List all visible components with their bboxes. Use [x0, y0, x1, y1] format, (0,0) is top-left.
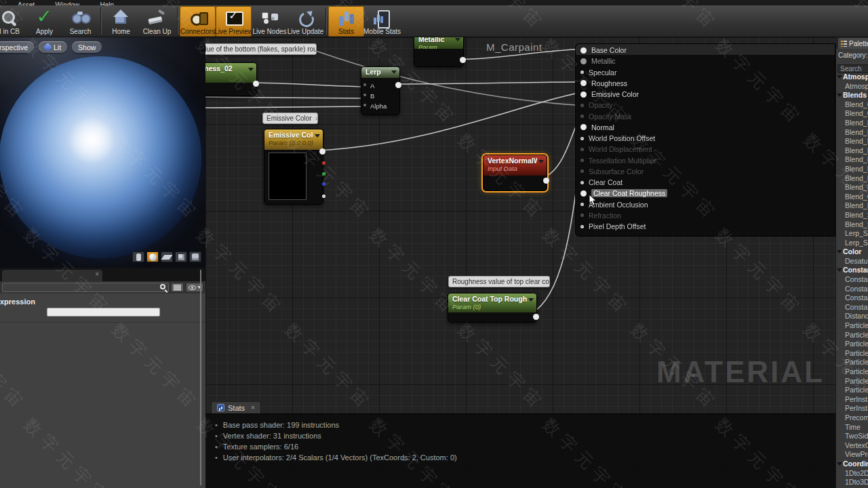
palette-item-blend-hard[interactable]: Blend_Hard	[836, 146, 868, 156]
palette-category-blends[interactable]: Blends	[836, 91, 868, 100]
output-pin[interactable]	[543, 178, 549, 184]
material-graph-canvas[interactable]: M_Carpaint Zoom -1 MATERIAL alue of the …	[205, 37, 835, 488]
palette-item-particlerad[interactable]: ParticleRad	[836, 349, 868, 359]
palette-item-blend-diffe[interactable]: Blend_Diffe	[836, 128, 868, 138]
output-pin-rgb[interactable]	[319, 148, 326, 155]
output-pin-b[interactable]	[322, 182, 326, 186]
details-search-input[interactable]	[3, 287, 168, 295]
pin-circle[interactable]	[580, 169, 584, 173]
pin-circle[interactable]	[580, 80, 587, 86]
pin-circle[interactable]	[580, 137, 584, 140]
palette-item-distancecu[interactable]: DistanceCu	[836, 312, 868, 321]
palette-item-blend-line[interactable]: Blend_Line	[836, 183, 868, 192]
palette-item-lerp-scrat[interactable]: Lerp_Scrat	[836, 229, 868, 239]
palette-item-perinstanc[interactable]: PerInstanc	[836, 404, 868, 413]
palette-item-blend-colo[interactable]: Blend_Colo	[836, 100, 868, 110]
toolbar-home-button[interactable]: Home	[103, 6, 139, 37]
mesh-cylinder-button[interactable]	[132, 251, 144, 262]
toolbar-stats-button[interactable]: Stats	[328, 6, 364, 37]
node-roughness-02[interactable]: Roughness_02 45)	[205, 62, 257, 96]
expander-icon[interactable]	[837, 268, 842, 272]
material-pin-clear-coat[interactable]: Clear Coat	[580, 178, 623, 187]
pin-circle[interactable]	[580, 70, 584, 74]
chevron-down-icon[interactable]	[528, 298, 534, 302]
palette-category-coordinates[interactable]: Coordinates	[836, 460, 868, 469]
material-pin-normal[interactable]: Normal	[580, 123, 614, 132]
palette-item-blend-soft[interactable]: Blend_Soft	[836, 220, 868, 230]
palette-item-viewprope[interactable]: ViewPrope	[836, 450, 868, 460]
palette-category-atmosphere[interactable]: Atmosphere	[836, 73, 868, 82]
node-vertex-normal-ws[interactable]: VertexNormalWS Input Data	[483, 155, 547, 191]
node-clear-coat-top-roughness[interactable]: Clear Coat Top Roughness Param (0)	[448, 293, 537, 323]
material-pin-world-position-offset[interactable]: World Position Offset	[580, 134, 655, 143]
material-pin-refraction[interactable]: Refraction	[580, 211, 621, 220]
node-material-result[interactable]: Base ColorMetallicSpecularRoughnessEmiss…	[575, 43, 835, 237]
material-pin-pixel-depth-offset[interactable]: Pixel Depth Offset	[580, 222, 646, 231]
toolbar-live-nodes-button[interactable]: Live Nodes	[252, 6, 288, 37]
expander-icon[interactable]	[837, 250, 842, 253]
palette-item-atmospheri[interactable]: Atmospheri	[836, 82, 868, 92]
palette-item-time[interactable]: Time	[836, 423, 868, 432]
pin-circle[interactable]	[580, 115, 584, 118]
palette-item-particlerel[interactable]: ParticleRel	[836, 367, 868, 377]
close-icon[interactable]: ×	[95, 270, 99, 278]
lerp-input-b[interactable]: B	[361, 91, 399, 101]
palette-item-blend-excl[interactable]: Blend_Excl	[836, 137, 868, 146]
palette-item-blend-line[interactable]: Blend_Line	[836, 174, 868, 184]
pin-circle[interactable]	[580, 148, 584, 151]
output-pin[interactable]	[253, 81, 259, 87]
palette-category-constants[interactable]: Constants	[836, 266, 868, 275]
lerp-input-alpha[interactable]: Alpha	[361, 101, 399, 111]
palette-item-blend-scre[interactable]: Blend_Scre	[836, 211, 868, 220]
toolbar-mobile-stats-button[interactable]: Mobile Stats	[364, 6, 400, 37]
palette-item-constant[interactable]: Constant	[836, 275, 868, 285]
pin-circle[interactable]	[580, 214, 584, 217]
palette-item-vertexcolo[interactable]: VertexColo	[836, 441, 868, 451]
pin-circle[interactable]	[580, 181, 584, 184]
chevron-down-icon[interactable]	[455, 38, 460, 41]
material-pin-emissive-color[interactable]: Emissive Color	[580, 89, 639, 99]
palette-item-twosideds[interactable]: TwoSidedS	[836, 432, 868, 441]
pin-circle[interactable]	[580, 190, 587, 197]
input-pin[interactable]	[363, 83, 366, 86]
palette-item-precompu[interactable]: Precompu	[836, 413, 868, 423]
node-lerp[interactable]: Lerp A B Alpha	[361, 66, 400, 115]
input-pin[interactable]	[363, 94, 366, 96]
palette-item-particlespe[interactable]: ParticleSpe	[836, 386, 868, 395]
pin-circle[interactable]	[580, 58, 587, 64]
chevron-down-icon[interactable]	[248, 68, 254, 71]
palette-item-perinstanc[interactable]: PerInstanc	[836, 395, 868, 405]
output-pin[interactable]	[395, 82, 401, 88]
palette-item-particlemo[interactable]: ParticleMo	[836, 340, 868, 349]
expander-icon[interactable]	[837, 94, 842, 97]
material-pin-metallic[interactable]: Metallic	[580, 56, 616, 66]
close-icon[interactable]: ×	[251, 404, 255, 411]
output-pin-a[interactable]	[322, 195, 326, 198]
lit-mode-button[interactable]: Lit	[39, 41, 67, 53]
expander-icon[interactable]	[837, 75, 842, 79]
pin-circle[interactable]	[580, 104, 584, 107]
output-pin-g[interactable]	[322, 172, 326, 176]
palette-item-particleran[interactable]: ParticleRan	[836, 358, 868, 367]
chevron-down-icon[interactable]	[315, 134, 320, 138]
palette-tab[interactable]: Palette	[838, 38, 868, 49]
toolbar-search-button[interactable]: Search	[62, 6, 98, 37]
palette-item-blend-colo[interactable]: Blend_Colo	[836, 109, 868, 119]
mesh-cube-button[interactable]	[175, 251, 187, 262]
palette-item-blend-line[interactable]: Blend_Line	[836, 165, 868, 174]
chevron-down-icon[interactable]	[538, 160, 544, 163]
preview-viewport[interactable]: rspective Lit Show	[0, 37, 205, 268]
details-tab[interactable]: ×	[2, 270, 102, 281]
palette-item-blend-pinl[interactable]: Blend_PinL	[836, 201, 868, 211]
input-pin[interactable]	[363, 104, 366, 106]
output-pin-r[interactable]	[322, 161, 326, 165]
palette-item-1dto2dind[interactable]: 1Dto2DInd	[836, 469, 868, 479]
material-pin-opacity-mask[interactable]: Opacity Mask	[580, 112, 632, 121]
palette-item-constant3v[interactable]: Constant3V	[836, 293, 868, 303]
node-metallic-param[interactable]: Metallic Param	[414, 37, 464, 67]
palette-item-lerp-scrat[interactable]: Lerp_Scrat	[836, 239, 868, 248]
palette-item-desaturati[interactable]: Desaturati	[836, 257, 868, 266]
pin-circle[interactable]	[580, 92, 587, 98]
pin-circle[interactable]	[580, 47, 587, 54]
stats-tab[interactable]: Stats ×	[211, 401, 261, 413]
